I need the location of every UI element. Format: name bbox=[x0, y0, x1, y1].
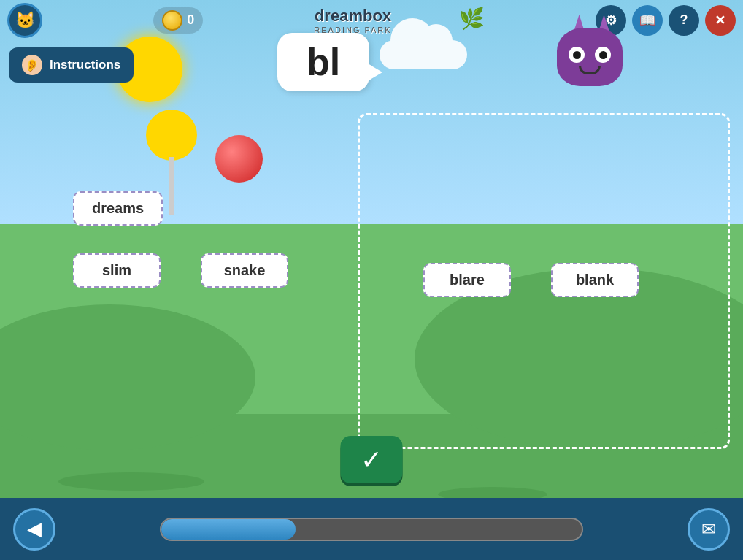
monster-eye-right bbox=[595, 47, 611, 63]
progress-bar-fill bbox=[161, 519, 296, 540]
check-icon: ✓ bbox=[361, 447, 382, 473]
instructions-label: Instructions bbox=[50, 58, 120, 72]
ground-decoration bbox=[58, 472, 204, 491]
leaf-icon: 🌿 bbox=[459, 7, 485, 31]
back-icon: ◀ bbox=[27, 518, 42, 540]
avatar-button[interactable]: 🐱 bbox=[7, 3, 42, 38]
phoneme-text: bl bbox=[307, 41, 340, 83]
word-card-dreams[interactable]: dreams bbox=[73, 191, 163, 226]
ear-icon: 👂 bbox=[22, 55, 42, 75]
mail-button[interactable]: ✉ bbox=[688, 508, 730, 551]
ball-decoration bbox=[215, 135, 263, 183]
word-card-blank[interactable]: blank bbox=[551, 263, 639, 297]
coins-display: 0 bbox=[153, 7, 203, 34]
monster-character bbox=[557, 28, 626, 97]
game-container: 🐱 0 dreambox READING PARK 🌿 ⚙ 📖 ? ✕ 👂 In… bbox=[0, 0, 743, 560]
cloud-decoration bbox=[380, 40, 467, 69]
coin-icon bbox=[162, 10, 182, 31]
app-logo: dreambox READING PARK bbox=[314, 7, 391, 34]
lollipop-decoration bbox=[146, 110, 197, 161]
mail-icon: ✉ bbox=[701, 519, 716, 540]
bottom-bar: ◀ ✉ bbox=[0, 498, 743, 560]
drop-zone[interactable] bbox=[358, 113, 730, 449]
word-card-slim[interactable]: slim bbox=[73, 253, 161, 288]
top-bar: 🐱 0 dreambox READING PARK 🌿 ⚙ 📖 ? ✕ bbox=[0, 0, 743, 40]
check-button[interactable]: ✓ bbox=[341, 436, 403, 483]
monster-body bbox=[557, 28, 623, 86]
word-card-blare[interactable]: blare bbox=[423, 263, 511, 297]
book-button[interactable]: 📖 bbox=[632, 5, 663, 36]
progress-bar-container bbox=[160, 518, 583, 541]
monster-eye-left bbox=[569, 47, 585, 63]
monster-mouth bbox=[579, 66, 601, 74]
close-button[interactable]: ✕ bbox=[705, 5, 736, 36]
help-button[interactable]: ? bbox=[669, 5, 699, 36]
monster-pupil-right bbox=[599, 51, 607, 59]
monster-pupil-left bbox=[573, 51, 581, 59]
instructions-button[interactable]: 👂 Instructions bbox=[9, 47, 134, 83]
word-card-snake[interactable]: snake bbox=[201, 253, 288, 288]
coins-count: 0 bbox=[187, 12, 194, 28]
speech-bubble: bl bbox=[277, 33, 369, 91]
back-button[interactable]: ◀ bbox=[13, 508, 55, 551]
monster-eyes bbox=[569, 47, 611, 63]
